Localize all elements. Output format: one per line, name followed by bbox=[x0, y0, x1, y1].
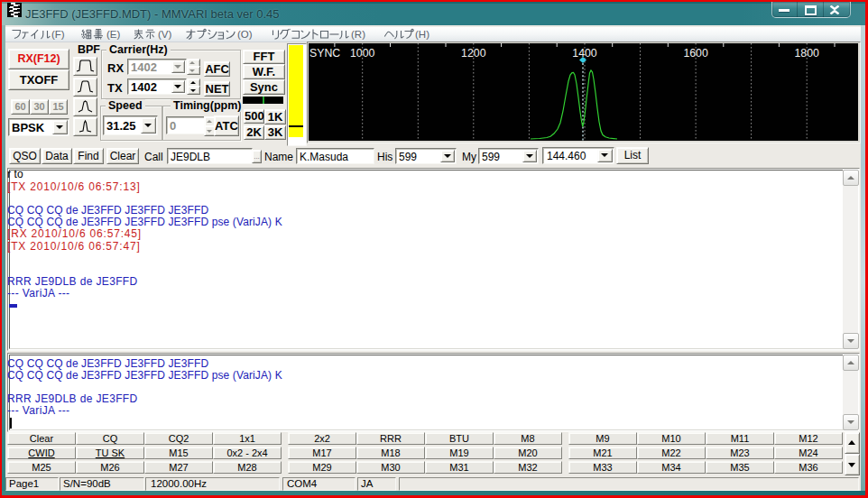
svg-text:(H): (H) bbox=[415, 29, 429, 40]
svg-text:(E): (E) bbox=[106, 29, 121, 40]
svg-text:(F): (F) bbox=[51, 29, 65, 40]
svg-text:1800: 1800 bbox=[795, 47, 820, 60]
svg-text:1000: 1000 bbox=[350, 47, 375, 60]
svg-text:(R): (R) bbox=[351, 29, 365, 40]
svg-text:(O): (O) bbox=[237, 29, 253, 40]
svg-text:1200: 1200 bbox=[461, 47, 486, 60]
svg-text:1600: 1600 bbox=[683, 47, 708, 60]
svg-text:SYNC: SYNC bbox=[309, 47, 340, 60]
svg-text:(V): (V) bbox=[158, 29, 172, 40]
svg-text:1400: 1400 bbox=[572, 47, 597, 60]
